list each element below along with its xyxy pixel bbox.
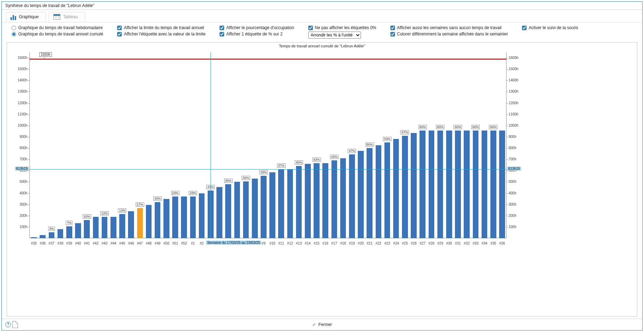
x-tick-label: #36 xyxy=(40,241,46,245)
limit-label: 1593h xyxy=(39,52,52,57)
chart-bar[interactable] xyxy=(119,214,125,238)
chart-bar[interactable] xyxy=(411,133,417,238)
footer: ? ✓ Fermer xyxy=(2,319,642,330)
x-tick-label: #32 xyxy=(464,241,470,245)
chart-bar[interactable] xyxy=(137,208,143,238)
x-tick-label: #22 xyxy=(375,241,381,245)
chart-bar[interactable] xyxy=(349,154,355,238)
chart-bar[interactable] xyxy=(296,166,302,238)
chart-bar[interactable] xyxy=(199,193,205,238)
x-tick-label: #36 xyxy=(499,241,505,245)
chart-bar[interactable] xyxy=(102,217,108,238)
chart-bar[interactable] xyxy=(75,223,81,238)
radio-weekly[interactable]: Graphique du temps de travail hebdomadai… xyxy=(12,25,103,30)
chart-bar[interactable] xyxy=(243,181,249,238)
document-icon[interactable] xyxy=(12,321,18,328)
window-title: Synthèse du temps de travail de "Lebrun … xyxy=(2,2,642,10)
chart-bar[interactable] xyxy=(305,164,311,238)
cb-show-limit[interactable]: Afficher la limite du temps de travail a… xyxy=(117,25,206,30)
chart-bar[interactable] xyxy=(128,211,134,238)
chart-bar[interactable] xyxy=(314,163,320,238)
x-tick-label: #12 xyxy=(287,241,293,245)
chart-bar[interactable] xyxy=(172,197,178,238)
x-tick-label: #33 xyxy=(473,241,479,245)
tab-tableau[interactable]: Tableau xyxy=(49,12,85,22)
chart-bar[interactable] xyxy=(66,226,72,238)
chart-bar[interactable] xyxy=(269,172,275,238)
chart-bar[interactable] xyxy=(446,131,452,238)
chart-bar[interactable] xyxy=(181,197,187,238)
radio-annual[interactable]: Graphique du temps de travail annuel cum… xyxy=(12,32,103,36)
chart-bar[interactable] xyxy=(490,131,496,238)
chart-bar[interactable] xyxy=(278,169,284,238)
close-button[interactable]: ✓ Fermer xyxy=(309,321,336,328)
x-tick-label: #49 xyxy=(155,241,161,245)
chart-bar[interactable] xyxy=(322,163,328,238)
bar-pct-label: 33% xyxy=(259,170,268,174)
chart-bar[interactable] xyxy=(429,131,435,238)
chart-bar[interactable] xyxy=(482,131,488,238)
x-tick-label: #42 xyxy=(93,241,99,245)
cb-mouse-track[interactable]: Activer le suivi de la souris xyxy=(522,25,578,30)
tab-label: Graphique xyxy=(19,14,39,19)
select-round[interactable]: Arrondir les % à l'unité xyxy=(308,32,361,39)
cb-show-1of2[interactable]: Afficher 1 étiquette de % sur 2 xyxy=(220,32,294,36)
chart-bar[interactable] xyxy=(225,184,231,238)
chart-bar[interactable] xyxy=(340,158,346,238)
x-tick-label: #48 xyxy=(146,241,152,245)
chart-bar[interactable] xyxy=(376,145,382,238)
chart-bar[interactable] xyxy=(31,237,37,238)
chart-bar[interactable] xyxy=(49,232,55,238)
chart-bar[interactable] xyxy=(437,131,443,238)
x-tick-label: #27 xyxy=(420,241,425,245)
x-tick-label: #29 xyxy=(437,241,443,245)
chart-bar[interactable] xyxy=(384,142,390,238)
chart-bar[interactable] xyxy=(367,148,373,238)
x-tick-label: #43 xyxy=(102,241,108,245)
cursor-y-label-right: 613h15 xyxy=(507,167,521,171)
chart-bar[interactable] xyxy=(155,202,161,238)
chart-bar[interactable] xyxy=(287,169,293,238)
chart-bar[interactable] xyxy=(190,197,196,238)
bar-pct-label: 20% xyxy=(153,197,162,201)
chart-bar[interactable] xyxy=(216,187,222,238)
chart-bar[interactable] xyxy=(393,139,399,238)
x-tick-label: #39 xyxy=(66,241,72,245)
tab-graphique[interactable]: Graphique xyxy=(6,12,46,22)
chart-bar[interactable] xyxy=(110,217,116,238)
chart-bar[interactable] xyxy=(455,131,461,238)
bar-pct-label: 42% xyxy=(313,158,321,162)
chart-bar[interactable] xyxy=(420,131,425,238)
chart-bar[interactable] xyxy=(234,182,240,238)
cb-show-empty-weeks[interactable]: Afficher aussi les semaines sans aucun t… xyxy=(390,25,508,30)
x-tick-label: #47 xyxy=(137,241,143,245)
chart-bar[interactable] xyxy=(464,131,470,238)
chart-bar[interactable] xyxy=(146,205,152,238)
chart-bar[interactable] xyxy=(499,131,505,238)
x-tick-label: #19 xyxy=(349,241,355,245)
chart-bar[interactable] xyxy=(93,217,99,238)
chart-container: Temps de travail annuel cumulé de "Lebru… xyxy=(7,42,637,317)
chart-bar[interactable] xyxy=(261,176,267,238)
cb-color-current[interactable]: Colorer différemment la semaine affichée… xyxy=(390,32,508,36)
select-round-wrap: Arrondir les % à l'unité xyxy=(308,32,376,39)
chart-bar[interactable] xyxy=(402,136,408,238)
chart-bar[interactable] xyxy=(473,131,479,238)
chart-bar[interactable] xyxy=(252,179,258,238)
chart-bar[interactable] xyxy=(163,199,169,238)
bar-pct-label: 57% xyxy=(401,130,409,134)
chart-bar[interactable] xyxy=(84,220,90,238)
x-tick-label: #34 xyxy=(482,241,488,245)
window: Synthèse du temps de travail de "Lebrun … xyxy=(1,1,643,331)
help-icon[interactable]: ? xyxy=(5,322,11,327)
tabstrip: Graphique Tableau xyxy=(2,10,642,22)
chart-bar[interactable] xyxy=(58,229,63,238)
x-tick-label: #13 xyxy=(296,241,302,245)
chart-plot-area[interactable]: 100h100h200h200h300h300h400h400h500h500h… xyxy=(29,52,507,238)
chart-bar[interactable] xyxy=(331,160,337,238)
cb-show-pct[interactable]: Afficher le pourcentage d'occupation xyxy=(220,25,294,30)
cb-hide-zero[interactable]: Ne pas afficher les étiquettes 0% xyxy=(308,25,376,30)
cb-show-limit-value[interactable]: Afficher l'étiquette avec la valeur de l… xyxy=(117,32,206,36)
chart-bar[interactable] xyxy=(40,235,46,238)
chart-bar[interactable] xyxy=(358,151,364,238)
